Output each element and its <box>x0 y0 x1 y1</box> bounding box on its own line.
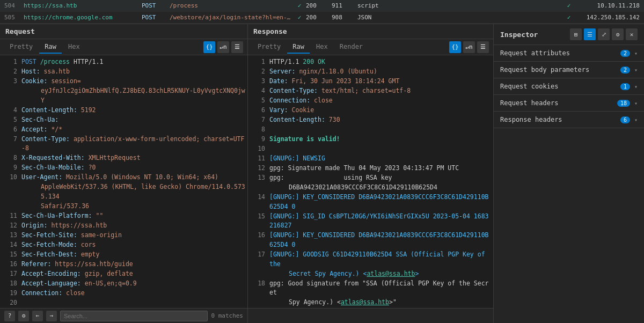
accordion-header[interactable]: Request cookies 1 ▾ <box>494 78 644 94</box>
accordion-count: 6 <box>620 116 630 123</box>
code-line: 8 <box>248 125 493 135</box>
code-line: 15Sec-Fetch-Dest: empty <box>0 250 247 260</box>
row-size: 908 <box>332 14 357 21</box>
tab-hex[interactable]: Hex <box>63 41 85 54</box>
resp-menu-button[interactable]: ☰ <box>477 41 489 53</box>
request-code-content[interactable]: 1POST /process HTTP/1.1 2Host: ssa.htb 3… <box>0 55 247 308</box>
inspector-close-icon[interactable]: ✕ <box>626 28 638 40</box>
code-line: 11[GNUPG:] NEWSIG <box>248 154 493 164</box>
code-line: 2Host: ssa.htb <box>0 67 247 77</box>
accordion-label: Request attributes <box>500 49 620 57</box>
back-button[interactable]: ← <box>32 311 43 321</box>
row-type: script <box>357 2 390 9</box>
code-line: Spy Agency.) <atlas@ssa.htb>" <box>248 298 493 307</box>
wrap-button[interactable]: ↵n <box>217 41 229 53</box>
tab-pretty[interactable]: Pretty <box>4 41 38 54</box>
inspector-title: Inspector <box>500 31 538 39</box>
chevron-down-icon: ▾ <box>634 67 638 73</box>
inspector-icons: ⊞ ☰ ⤢ ⚙ ✕ <box>570 28 638 40</box>
chevron-down-icon: ▾ <box>634 100 638 106</box>
resp-tab-hex[interactable]: Hex <box>311 41 333 54</box>
code-line: 10User-Agent: Mozilla/5.0 (Windows NT 10… <box>0 173 247 182</box>
accordion-label: Response headers <box>500 116 620 123</box>
response-header: Response <box>248 24 493 39</box>
request-header: Request <box>0 24 247 39</box>
response-bottom-bar <box>248 308 493 323</box>
row-type: JSON <box>357 14 390 21</box>
code-line: 3Date: Fri, 30 Jun 2023 18:14:24 GMT <box>248 77 493 86</box>
code-line: 14[GNUPG:] KEY_CONSIDERED D6BA9423021A08… <box>248 193 493 212</box>
chevron-down-icon: ▾ <box>634 117 638 123</box>
code-line: 2Server: nginx/1.18.0 (Ubuntu) <box>248 67 493 77</box>
inspector-expand-icon[interactable]: ⤢ <box>598 28 610 40</box>
request-search-input[interactable] <box>60 311 208 321</box>
log-row-504[interactable]: 504 https://ssa.htb POST /process ✓ 200 … <box>0 0 644 12</box>
request-match-count: 0 matches <box>211 312 243 319</box>
inspector-grid-icon[interactable]: ⊞ <box>570 28 582 40</box>
resp-format-button[interactable]: {} <box>449 41 461 53</box>
accordion-header[interactable]: Request body parameters 2 ▾ <box>494 62 644 78</box>
code-line: 8X-Requested-With: XMLHttpRequest <box>0 153 247 163</box>
code-line: 9Signature is valid! <box>248 135 493 144</box>
accordion-count: 2 <box>620 50 630 57</box>
accordion-request-cookies: Request cookies 1 ▾ <box>494 78 644 95</box>
accordion-header[interactable]: Response headers 6 ▾ <box>494 112 644 128</box>
code-line: eyJfnJlc2giOmZhbHNlfQ.ZJ8bEQ.83chLR5KNUY… <box>0 86 247 106</box>
resp-tab-render[interactable]: Render <box>334 41 368 54</box>
accordion-response-headers: Response headers 6 ▾ <box>494 112 644 128</box>
code-line: 12Origin: https://ssa.htb <box>0 221 247 231</box>
response-title: Response <box>253 27 287 35</box>
format-button[interactable]: {} <box>203 41 215 53</box>
code-line: 15[GNUPG:] SIG_ID CsBPTL20G6/YKI6iNhSErG… <box>248 212 493 231</box>
row-path: /webstore/ajax/login-state?hl=en-US&... <box>170 14 293 21</box>
code-line: 13Sec-Fetch-Site: same-origin <box>0 231 247 240</box>
help-button[interactable]: ? <box>4 311 15 321</box>
code-line: 16Referer: https://ssa.htb/guide <box>0 260 247 269</box>
response-tab-icons: {} ↵n ☰ <box>449 41 489 53</box>
accordion-header[interactable]: Request attributes 2 ▾ <box>494 45 644 61</box>
code-line: 1POST /process HTTP/1.1 <box>0 57 247 67</box>
code-line: 13gpg: using RSA key <box>248 173 493 183</box>
row-num: 505 <box>4 14 24 21</box>
row-check: ✓ <box>293 14 306 21</box>
code-line: 3Cookie: session= <box>0 77 247 86</box>
code-line: 9Sec-Ch-Ua-Mobile: ?0 <box>0 163 247 173</box>
row-ip: 10.10.11.218 <box>575 2 640 9</box>
tab-raw[interactable]: Raw <box>39 41 62 54</box>
inspector-list-icon[interactable]: ☰ <box>584 28 596 40</box>
row-size: 911 <box>332 2 357 9</box>
log-row-505[interactable]: 505 https://chrome.google.com POST /webs… <box>0 12 644 24</box>
code-line: 12gpg: Signature made Thu 04 May 2023 04… <box>248 164 493 173</box>
chevron-down-icon: ▾ <box>634 84 638 90</box>
code-line: 6Accept: */* <box>0 125 247 135</box>
row-check2: ✓ <box>562 2 575 9</box>
request-bottom-bar: ? ⚙ ← → 0 matches <box>0 308 247 323</box>
accordion-label: Request headers <box>500 99 617 107</box>
row-status: 200 <box>306 14 332 21</box>
inspector-settings-icon[interactable]: ⚙ <box>612 28 624 40</box>
row-status: 200 <box>306 2 332 9</box>
request-panel: Request Pretty Raw Hex {} ↵n ☰ 1POST /pr… <box>0 24 248 323</box>
row-url: https://chrome.google.com <box>24 14 142 21</box>
request-tabs-bar: Pretty Raw Hex {} ↵n ☰ <box>0 39 247 55</box>
code-line: AppleWebKit/537.36 (KHTML, like Gecko) C… <box>0 182 247 202</box>
main-content: Request Pretty Raw Hex {} ↵n ☰ 1POST /pr… <box>0 24 644 323</box>
accordion-request-body-params: Request body parameters 2 ▾ <box>494 62 644 78</box>
resp-wrap-button[interactable]: ↵n <box>463 41 475 53</box>
code-line: 16[GNUPG:] KEY_CONSIDERED D6BA9423021A08… <box>248 231 493 250</box>
inspector-panel: Inspector ⊞ ☰ ⤢ ⚙ ✕ Request attributes 2… <box>494 24 644 323</box>
forward-button[interactable]: → <box>46 311 57 321</box>
settings-button[interactable]: ⚙ <box>18 311 29 321</box>
code-line: 11Sec-Ch-Ua-Platform: "" <box>0 211 247 221</box>
row-ip: 142.250.185.142 <box>575 14 640 21</box>
response-tabs-bar: Pretty Raw Hex Render {} ↵n ☰ <box>248 39 493 55</box>
menu-button[interactable]: ☰ <box>231 41 243 53</box>
response-code-content[interactable]: 1HTTP/1.1 200 OK 2Server: nginx/1.18.0 (… <box>248 55 493 308</box>
resp-tab-pretty[interactable]: Pretty <box>252 41 286 54</box>
row-url: https://ssa.htb <box>24 2 142 9</box>
accordion-count: 1 <box>620 83 630 90</box>
accordion-header[interactable]: Request headers 18 ▾ <box>494 95 644 111</box>
code-line: 4Content-Type: text/html; charset=utf-8 <box>248 86 493 96</box>
row-num: 504 <box>4 2 24 9</box>
resp-tab-raw[interactable]: Raw <box>287 41 310 54</box>
